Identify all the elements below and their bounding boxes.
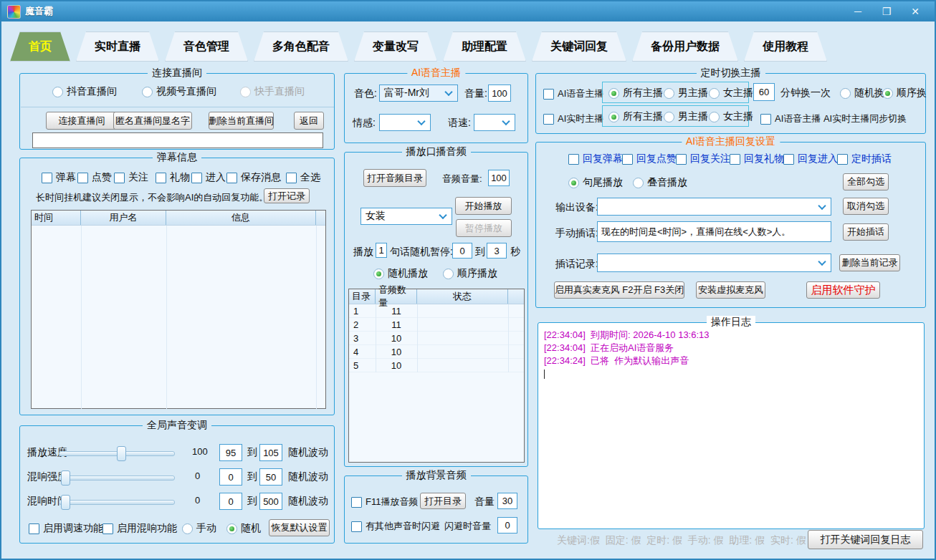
radio-tail-play[interactable]: 句尾播放 [568, 176, 623, 189]
slider-thumb[interactable] [117, 446, 126, 461]
radio-icon[interactable] [52, 87, 63, 97]
checkbox-icon[interactable] [102, 523, 113, 534]
checkbox-icon[interactable] [351, 497, 362, 508]
checkbox-icon[interactable] [191, 173, 202, 183]
start-insert-button[interactable]: 开始插话 [843, 223, 889, 241]
checkbox-save-message[interactable]: 保存消息 [226, 171, 281, 184]
radio-icon[interactable] [373, 269, 384, 279]
audio-folder-select[interactable]: 女装 [360, 208, 452, 225]
slider-thumb[interactable] [61, 495, 70, 510]
maximize-icon[interactable]: ❒ [877, 4, 896, 19]
radio-icon[interactable] [709, 88, 720, 99]
close-icon[interactable]: ✕ [906, 4, 925, 19]
radio-sequential-play[interactable]: 顺序播放 [443, 267, 497, 280]
radio-female-hosts-2[interactable]: 女主播 [709, 110, 753, 123]
radio-male-hosts-1[interactable]: 男主播 [664, 87, 708, 100]
radio-random-play[interactable]: 随机播放 [373, 267, 428, 280]
checkbox-icon[interactable] [543, 114, 554, 125]
checkbox-enable-reverb[interactable]: 启用混响功能 [102, 522, 177, 535]
checkbox-follow[interactable]: 关注 [114, 171, 148, 184]
open-bgm-dir-button[interactable]: 打开目录 [420, 493, 466, 509]
speech-rate-select[interactable] [474, 114, 515, 131]
radio-icon[interactable] [182, 523, 193, 534]
checkbox-ai-voice-host[interactable]: AI语音主播 [543, 87, 603, 100]
audio-dir-table[interactable]: 目录 音频数量 状态 111 211 310 410 510 [348, 289, 525, 463]
checkbox-select-all[interactable]: 全选 [286, 171, 320, 184]
radio-all-hosts-1[interactable]: 所有主播 [608, 87, 663, 100]
real-mic-button[interactable]: 启用真实麦克风 F2开启 F3关闭 [554, 281, 684, 299]
radio-icon[interactable] [568, 178, 579, 188]
checkbox-icon[interactable] [286, 173, 297, 183]
radio-overlap-play[interactable]: 叠音播放 [633, 176, 687, 189]
radio-icon[interactable] [664, 112, 674, 122]
sentence-count-input[interactable]: 1 [376, 243, 387, 258]
radio-icon[interactable] [608, 112, 619, 122]
radio-icon[interactable] [142, 87, 153, 97]
danmu-table[interactable]: 时间 用户名 信息 [31, 210, 326, 409]
reverb-strength-slider[interactable] [59, 475, 175, 481]
radio-icon[interactable] [608, 88, 619, 99]
radio-shipinhao-room[interactable]: 视频号直播间 [142, 85, 216, 98]
manual-insert-input[interactable] [597, 221, 831, 242]
checkbox-icon[interactable] [568, 154, 579, 165]
checkbox-icon[interactable] [837, 154, 848, 165]
insert-record-select[interactable] [597, 254, 831, 272]
radio-switch-sequential[interactable]: 顺序换 [882, 87, 927, 100]
group-operation-log[interactable]: 操作日志 [22:34:04] 到期时间: 2026-4-10 13:6:13 … [538, 322, 925, 529]
tab-assistant-config[interactable]: 助理配置 [443, 32, 526, 62]
checkbox-icon[interactable] [29, 523, 39, 534]
virtual-mic-button[interactable]: 安装虚拟麦克风 [696, 281, 765, 299]
pause-from-input[interactable]: 0 [452, 243, 472, 259]
slider-thumb[interactable] [61, 470, 70, 486]
radio-icon[interactable] [443, 269, 454, 279]
checkbox-reply-danmu[interactable]: 回复弹幕 [568, 153, 623, 165]
uncheck-all-button[interactable]: 取消勾选 [843, 198, 889, 215]
checkbox-sync-switch[interactable]: AI语音主播 AI实时主播同步切换 [760, 112, 907, 125]
reverb-strength-from-input[interactable]: 0 [219, 468, 242, 486]
timbre-select[interactable]: 富哥-Mr刘 [379, 85, 458, 102]
radio-icon[interactable] [709, 112, 720, 122]
volume-input[interactable]: 100 [488, 85, 511, 102]
radio-random[interactable]: 随机 [226, 522, 261, 535]
anon-room-showname-button[interactable]: 匿名直播间显名字 [113, 112, 192, 130]
radio-icon[interactable] [664, 88, 674, 99]
reverb-time-to-input[interactable]: 500 [259, 493, 282, 510]
back-button[interactable]: 返回 [294, 112, 324, 130]
checkbox-like[interactable]: 点赞 [77, 171, 112, 184]
checkbox-icon[interactable] [42, 173, 52, 183]
radio-female-hosts-1[interactable]: 女主播 [709, 87, 753, 100]
start-play-button[interactable]: 开始播放 [455, 197, 512, 215]
radio-icon[interactable] [226, 523, 237, 534]
checkbox-icon[interactable] [114, 173, 125, 183]
reverb-strength-to-input[interactable]: 50 [259, 468, 282, 486]
radio-icon[interactable] [633, 178, 644, 188]
audio-volume-input[interactable]: 100 [488, 170, 510, 186]
radio-switch-random[interactable]: 随机换 [840, 87, 884, 100]
reverb-time-slider[interactable] [59, 500, 175, 505]
connect-room-button[interactable]: 连接直播间 [46, 112, 118, 130]
radio-male-hosts-2[interactable]: 男主播 [664, 110, 708, 123]
checkbox-reply-like[interactable]: 回复点赞 [622, 153, 677, 165]
open-keyword-log-button[interactable]: 打开关键词回复日志 [808, 530, 923, 549]
checkbox-reply-enter[interactable]: 回复进入 [783, 153, 838, 165]
tab-variable-rewrite[interactable]: 变量改写 [354, 32, 437, 62]
checkbox-icon[interactable] [77, 173, 88, 183]
tab-home[interactable]: 首页 [10, 32, 70, 62]
delete-room-button[interactable]: 删除当前直播间 [209, 112, 274, 130]
bgm-volume-input[interactable]: 30 [497, 493, 517, 509]
tab-voice-manage[interactable]: 音色管理 [165, 32, 248, 62]
checkbox-reply-follow[interactable]: 回复关注 [676, 153, 730, 165]
speed-to-input[interactable]: 105 [259, 444, 282, 461]
checkbox-icon[interactable] [783, 154, 794, 165]
tab-multirole-dub[interactable]: 多角色配音 [254, 32, 348, 62]
radio-icon[interactable] [840, 88, 851, 99]
checkbox-icon[interactable] [351, 521, 362, 532]
checkbox-timed-insert[interactable]: 定时插话 [837, 153, 892, 165]
radio-douyin-room[interactable]: 抖音直播间 [52, 85, 117, 98]
tab-backup-userdata[interactable]: 备份用户数据 [632, 32, 738, 62]
speed-slider[interactable] [59, 451, 175, 456]
speed-from-input[interactable]: 95 [219, 444, 242, 461]
software-guard-button[interactable]: 启用软件守护 [806, 281, 880, 299]
delete-record-button[interactable]: 删除当前记录 [839, 254, 900, 271]
checkbox-icon[interactable] [676, 154, 687, 165]
